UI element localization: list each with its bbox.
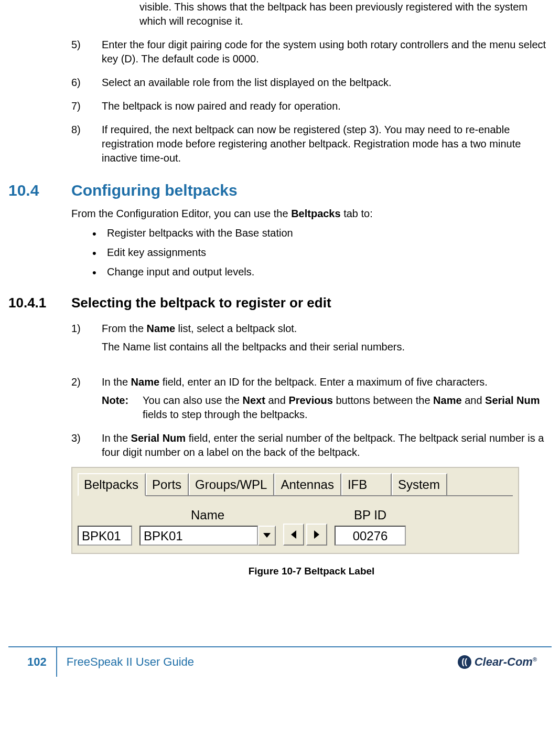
heading-title: Configuring beltpacks — [71, 180, 552, 201]
tab-ifb[interactable]: IFB — [341, 473, 392, 495]
next-button[interactable] — [306, 524, 327, 546]
step-3: 3) In the Serial Num field, enter the se… — [71, 431, 552, 460]
name-label: Name — [191, 507, 224, 524]
note-block: Note: You can also use the Next and Prev… — [102, 393, 552, 422]
text: tab to: — [341, 208, 373, 219]
name-dropdown-button[interactable] — [258, 526, 276, 546]
intro-paragraph: From the Configuration Editor, you can u… — [71, 207, 552, 221]
arrow-right-icon — [314, 530, 319, 539]
step-number: 5) — [71, 38, 102, 66]
name-select[interactable]: BPK01 — [139, 526, 258, 546]
step-text: If required, the next beltpack can now b… — [102, 123, 552, 165]
text: and — [265, 394, 288, 406]
step-number: 8) — [71, 123, 102, 165]
step-text: From the Name list, select a beltpack sl… — [102, 322, 552, 336]
step-5: 5) Enter the four digit pairing code for… — [71, 38, 552, 66]
heading-number: 10.4 — [8, 180, 71, 201]
tab-ports[interactable]: Ports — [146, 473, 189, 495]
step-text: In the Serial Num field, enter the seria… — [102, 431, 552, 460]
short-name-field[interactable]: BPK01 — [78, 526, 132, 546]
continuation-paragraph: visible. This shows that the beltpack ha… — [139, 0, 552, 28]
step-6: 6) Select an available role from the lis… — [71, 76, 552, 90]
text: From the — [102, 323, 147, 334]
guide-title: FreeSpeak II User Guide — [57, 647, 458, 677]
heading-10-4: 10.4 Configuring beltpacks — [8, 180, 552, 201]
bullet-item: Change input and output levels. — [92, 265, 552, 279]
heading-title: Selecting the beltpack to register or ed… — [71, 294, 552, 312]
figure-caption: Figure 10-7 Beltpack Label — [71, 564, 552, 578]
bold-serial-num: Serial Num — [485, 394, 540, 406]
brand-logo: (( Clear-Com® — [458, 654, 552, 670]
step-7: 7) The beltpack is now paired and ready … — [71, 99, 552, 113]
tab-system[interactable]: System — [392, 473, 447, 495]
step-sub-text: The Name list contains all the beltpacks… — [102, 340, 552, 354]
registered-mark: ® — [533, 656, 537, 662]
bold-name: Name — [147, 323, 175, 334]
step-8: 8) If required, the next beltpack can no… — [71, 123, 552, 165]
tab-bar: Beltpacks Ports Groups/WPL Antennas IFB … — [78, 473, 513, 496]
bullet-list: Register beltpacks with the Base station… — [92, 226, 552, 279]
step-text: The beltpack is now paired and ready for… — [102, 99, 552, 113]
text: You can also use the — [143, 394, 243, 406]
note-label: Note: — [102, 393, 143, 422]
heading-10-4-1: 10.4.1 Selecting the beltpack to registe… — [8, 294, 552, 312]
logo-badge-icon: (( — [458, 655, 471, 669]
step-text: In the Name field, enter an ID for the b… — [102, 375, 552, 389]
previous-button[interactable] — [283, 524, 304, 546]
text: and — [462, 394, 485, 406]
step-1: 1) From the Name list, select a beltpack… — [71, 322, 552, 354]
text: buttons between the — [333, 394, 433, 406]
step-number: 2) — [71, 375, 102, 422]
tab-groups-wpl[interactable]: Groups/WPL — [189, 473, 274, 495]
figure-widget: Beltpacks Ports Groups/WPL Antennas IFB … — [71, 467, 552, 554]
page-footer: 102 FreeSpeak II User Guide (( Clear-Com… — [8, 647, 552, 677]
tab-antennas[interactable]: Antennas — [274, 473, 341, 495]
page-number: 102 — [8, 647, 57, 677]
bp-id-label: BP ID — [354, 507, 386, 524]
step-number: 3) — [71, 431, 102, 460]
bp-id-field[interactable]: 00276 — [335, 526, 406, 546]
step-text: Enter the four digit pairing code for th… — [102, 38, 552, 66]
text: fields to step through the beltpacks. — [143, 409, 308, 420]
bold-name: Name — [433, 394, 461, 406]
arrow-left-icon — [291, 530, 296, 539]
bullet-item: Register beltpacks with the Base station — [92, 226, 552, 240]
step-number: 1) — [71, 322, 102, 354]
step-number: 7) — [71, 99, 102, 113]
bold-beltpacks: Beltpacks — [291, 208, 341, 219]
text: list, select a beltpack slot. — [175, 323, 297, 334]
bold-previous: Previous — [288, 394, 332, 406]
bullet-item: Edit key assignments — [92, 246, 552, 260]
text: In the — [102, 376, 131, 388]
heading-number: 10.4.1 — [8, 294, 71, 312]
text: field, enter an ID for the beltpack. Ent… — [159, 376, 488, 388]
text: In the — [102, 432, 131, 444]
chevron-down-icon — [263, 533, 271, 538]
step-text: Select an available role from the list d… — [102, 76, 552, 90]
bold-serial-num: Serial Num — [131, 432, 186, 444]
brand-name: Clear-Com — [475, 655, 533, 668]
text: From the Configuration Editor, you can u… — [71, 208, 291, 219]
step-2: 2) In the Name field, enter an ID for th… — [71, 375, 552, 422]
tab-beltpacks[interactable]: Beltpacks — [78, 473, 146, 496]
bold-name: Name — [131, 376, 159, 388]
step-number: 6) — [71, 76, 102, 90]
note-text: You can also use the Next and Previous b… — [143, 393, 552, 422]
bold-next: Next — [243, 394, 265, 406]
